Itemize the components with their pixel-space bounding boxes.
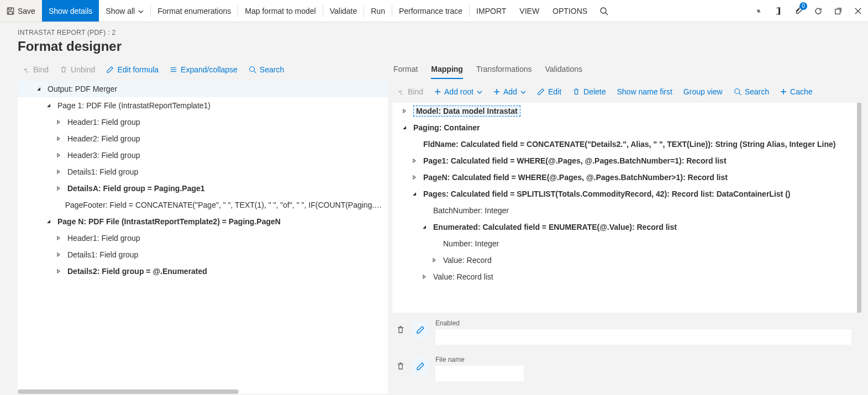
chevron-down-icon	[477, 91, 482, 94]
tree-row[interactable]: Output: PDF Merger	[18, 81, 388, 97]
expand-toggle[interactable]	[54, 170, 63, 174]
expand-toggle[interactable]	[54, 153, 63, 157]
show-all-button[interactable]: Show all	[99, 0, 150, 22]
svg-point-11	[250, 67, 255, 72]
search-icon	[249, 66, 256, 73]
pencil-icon	[537, 88, 545, 96]
link-icon	[754, 7, 763, 15]
tree-row[interactable]: Details1: Field group	[18, 246, 388, 263]
tree-label: Header1: Field group	[67, 234, 140, 243]
tree-row[interactable]: Page1: Calculated field = WHERE(@.Pages,…	[392, 152, 857, 169]
chevron-down-icon	[520, 91, 526, 94]
horizontal-scrollbar[interactable]	[18, 387, 388, 394]
cache-button[interactable]: Cache	[776, 84, 817, 99]
right-search-button[interactable]: Search	[729, 84, 774, 99]
expand-toggle[interactable]	[54, 252, 63, 257]
run-button[interactable]: Run	[364, 0, 392, 22]
expand-toggle[interactable]	[44, 103, 53, 108]
tree-row[interactable]: Header1: Field group	[18, 230, 388, 246]
tree-row[interactable]: BatchNumber: Integer	[392, 202, 857, 219]
office-icon-button[interactable]	[769, 0, 788, 22]
tab-format[interactable]: Format	[393, 60, 418, 79]
tree-row[interactable]: Number: Integer	[392, 235, 857, 252]
tree-row[interactable]: Header2: Field group	[18, 130, 388, 147]
tree-row[interactable]: Page N: PDF File (IntrastatReportTemplat…	[18, 213, 388, 230]
tree-row[interactable]: Pages: Calculated field = SPLITLIST(Tota…	[392, 186, 857, 202]
expand-toggle[interactable]	[400, 125, 409, 130]
unbind-button[interactable]: Unbind	[55, 62, 99, 77]
close-icon	[854, 7, 862, 15]
refresh-button[interactable]	[808, 0, 828, 22]
tree-row[interactable]: FldName: Calculated field = CONCATENATE(…	[392, 136, 857, 152]
expand-toggle[interactable]	[54, 136, 63, 141]
format-tree[interactable]: Output: PDF MergerPage 1: PDF File (Intr…	[18, 81, 388, 387]
show-name-first-button[interactable]: Show name first	[612, 84, 676, 99]
close-button[interactable]	[848, 0, 868, 22]
bind-button[interactable]: Bind	[18, 62, 53, 77]
tree-row[interactable]: Details2: Field group = @.Enumerated	[18, 263, 388, 280]
validate-button[interactable]: Validate	[323, 0, 364, 22]
link-icon-button[interactable]	[749, 0, 769, 22]
tree-row[interactable]: DetailsA: Field group = Paging.Page1	[18, 180, 388, 197]
attachments-button[interactable]: 0	[788, 0, 808, 22]
tree-row[interactable]: Enumerated: Calculated field = ENUMERATE…	[392, 219, 857, 235]
tab-mapping[interactable]: Mapping	[431, 60, 463, 79]
options-button[interactable]: OPTIONS	[546, 0, 594, 22]
expand-toggle[interactable]	[400, 109, 409, 113]
tree-row[interactable]: Header1: Field group	[18, 114, 388, 130]
expand-toggle[interactable]	[54, 269, 63, 273]
format-enumerations-button[interactable]: Format enumerations	[151, 0, 238, 22]
tree-row[interactable]: Details1: Field group	[18, 164, 388, 180]
map-format-button[interactable]: Map format to model	[238, 0, 322, 22]
tab-validations[interactable]: Validations	[545, 60, 582, 79]
expand-toggle[interactable]	[420, 225, 429, 229]
tree-row[interactable]: PageN: Calculated field = WHERE(@.Pages,…	[392, 169, 857, 186]
expand-toggle[interactable]	[430, 258, 439, 262]
expand-toggle[interactable]	[54, 236, 63, 240]
left-search-button[interactable]: Search	[244, 62, 288, 77]
enabled-input[interactable]	[435, 329, 851, 345]
edit-formula-button[interactable]: Edit formula	[102, 62, 163, 77]
tree-label: Header1: Field group	[67, 118, 140, 127]
enabled-delete-button[interactable]	[392, 322, 409, 338]
tree-row[interactable]: Paging: Container	[392, 119, 857, 136]
tree-row[interactable]: Page 1: PDF File (IntrastatReportTemplat…	[18, 97, 388, 114]
filename-edit-button[interactable]	[412, 358, 429, 375]
expand-toggle[interactable]	[34, 87, 43, 91]
tree-row[interactable]: PageFooter: Field = CONCATENATE("Page", …	[18, 197, 388, 213]
tree-label: Page 1: PDF File (IntrastatReportTemplat…	[57, 101, 211, 110]
view-button[interactable]: VIEW	[513, 0, 546, 22]
expand-toggle[interactable]	[44, 219, 53, 224]
filename-field-row: File name	[392, 356, 851, 381]
tree-row[interactable]: Value: Record	[392, 252, 857, 268]
save-button[interactable]: Save	[0, 0, 42, 22]
show-details-button[interactable]: Show details	[42, 0, 99, 22]
tree-row[interactable]: Value: Record list	[392, 268, 857, 285]
group-view-button[interactable]: Group view	[679, 84, 727, 99]
expand-toggle[interactable]	[54, 120, 63, 124]
tree-label: FldName: Calculated field = CONCATENATE(…	[423, 140, 835, 149]
popout-button[interactable]	[828, 0, 848, 22]
tree-row[interactable]: Model: Data model Intrastat	[392, 103, 857, 119]
delete-button[interactable]: Delete	[568, 84, 610, 99]
tab-transformations[interactable]: Transformations	[476, 60, 532, 79]
expand-collapse-button[interactable]: Expand/collapse	[165, 62, 242, 77]
add-root-button[interactable]: Add root	[430, 84, 487, 99]
bind-button[interactable]: Bind	[392, 84, 428, 99]
filename-input[interactable]	[435, 366, 524, 381]
global-search-button[interactable]	[594, 0, 614, 22]
mapping-tree[interactable]: Model: Data model IntrastatPaging: Conta…	[392, 103, 861, 313]
expand-toggle[interactable]	[410, 192, 419, 196]
expand-toggle[interactable]	[410, 159, 419, 163]
performance-trace-button[interactable]: Performance trace	[392, 0, 469, 22]
tree-row[interactable]: Header3: Field group	[18, 147, 388, 164]
enabled-edit-button[interactable]	[412, 322, 429, 338]
refresh-icon	[814, 7, 823, 15]
edit-button[interactable]: Edit	[533, 84, 566, 99]
expand-toggle[interactable]	[420, 275, 429, 279]
expand-toggle[interactable]	[410, 175, 419, 180]
add-button[interactable]: Add	[489, 84, 530, 99]
filename-delete-button[interactable]	[392, 358, 409, 375]
expand-toggle[interactable]	[54, 186, 63, 191]
import-button[interactable]: IMPORT	[470, 0, 513, 22]
